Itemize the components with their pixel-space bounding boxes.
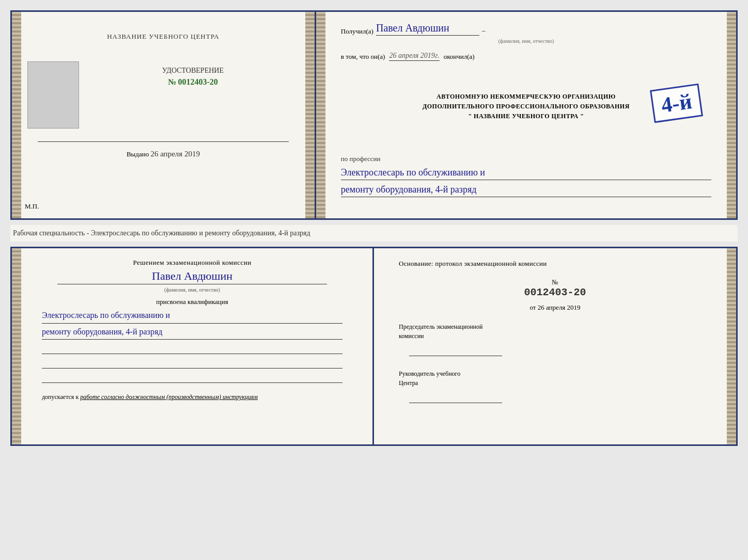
right-panel-left-strip xyxy=(316,12,325,218)
top-right-strip xyxy=(727,12,736,218)
recipient-line: Получил(а) Павел Авдюшин – xyxy=(341,22,711,36)
protocol-block: № 0012403-20 xyxy=(399,277,711,298)
bottom-booklet: Решением экзаменационной комиссии Павел … xyxy=(10,247,738,446)
protocol-number: 0012403-20 xyxy=(399,286,711,298)
osnov-title: Основание: протокол экзаменационной коми… xyxy=(399,259,711,269)
commission-title: Решением экзаменационной комиссии xyxy=(37,259,348,267)
head-sig-line xyxy=(409,390,502,403)
top-left-inner: НАЗВАНИЕ УЧЕБНОГО ЦЕНТРА УДОСТОВЕРЕНИЕ №… xyxy=(27,22,299,158)
sig-line-2 xyxy=(42,358,342,369)
photo-placeholder xyxy=(27,61,79,129)
separator-line-1 xyxy=(38,141,289,142)
stamp-grade: 4-й xyxy=(660,90,693,116)
bottom-left-inner: Решением экзаменационной комиссии Павел … xyxy=(37,259,348,401)
right-spine-strip-left xyxy=(305,12,315,218)
top-booklet: НАЗВАНИЕ УЧЕБНОГО ЦЕНТРА УДОСТОВЕРЕНИЕ №… xyxy=(10,10,738,220)
qualification-line2: ремонту оборудования, 4-й разряд xyxy=(42,325,342,340)
bottom-right-left-strip xyxy=(12,248,21,444)
head-block: Руководитель учебного Центра xyxy=(399,369,711,403)
top-booklet-right: Получил(а) Павел Авдюшин – (фамилия, имя… xyxy=(316,12,736,218)
chairman-sig-line xyxy=(409,343,502,356)
from-date-line: от 26 апреля 2019 xyxy=(399,303,711,312)
top-right-inner: Получил(а) Павел Авдюшин – (фамилия, имя… xyxy=(341,22,711,197)
qualification-line1: Электрослесарь по обслуживанию и xyxy=(42,309,342,324)
issued-line: Выдано 26 апреля 2019 xyxy=(27,150,299,158)
profession-section: по профессии Электрослесарь по обслужива… xyxy=(341,154,711,197)
bottom-right: Основание: протокол экзаменационной коми… xyxy=(374,248,736,444)
vtom-line: в том, что он(а) 26 апреля 2019г. окончи… xyxy=(341,52,711,61)
chairman-title: Председатель экзаменационной комиссии xyxy=(399,322,711,341)
sig-line-1 xyxy=(42,344,342,354)
bottom-person-name: Павел Авдюшин xyxy=(57,269,327,284)
chairman-block: Председатель экзаменационной комиссии xyxy=(399,322,711,356)
dopusk-text: допускается к работе согласно должностны… xyxy=(37,393,348,401)
qualification-label: присвоена квалификация xyxy=(37,298,348,306)
bottom-right-inner: Основание: протокол экзаменационной коми… xyxy=(399,259,711,403)
cert-number-value: 0012403-20 xyxy=(178,77,218,86)
bottom-left: Решением экзаменационной комиссии Павел … xyxy=(12,248,374,444)
divider-text: Рабочая специальность - Электрослесарь п… xyxy=(10,225,738,242)
sig-line-3 xyxy=(42,373,342,383)
stamp-container: АВТОНОМНУЮ НЕКОММЕРЧЕСКУЮ ОРГАНИЗАЦИЮ ДО… xyxy=(341,92,711,143)
training-center-title: НАЗВАНИЕ УЧЕБНОГО ЦЕНТРА xyxy=(27,33,299,41)
head-title: Руководитель учебного Центра xyxy=(399,369,711,388)
cert-info-block: УДОСТОВЕРЕНИЕ № 0012403-20 xyxy=(87,56,299,87)
left-content-row: УДОСТОВЕРЕНИЕ № 0012403-20 xyxy=(27,56,299,134)
bottom-right-right-strip xyxy=(727,248,736,444)
left-spine-strip xyxy=(12,12,21,218)
page-wrapper: НАЗВАНИЕ УЧЕБНОГО ЦЕНТРА УДОСТОВЕРЕНИЕ №… xyxy=(10,10,738,446)
top-booklet-left: НАЗВАНИЕ УЧЕБНОГО ЦЕНТРА УДОСТОВЕРЕНИЕ №… xyxy=(12,12,316,218)
mp-label: М.П. xyxy=(25,202,39,211)
cert-label: УДОСТОВЕРЕНИЕ № 0012403-20 xyxy=(87,67,299,87)
stamp-box: 4-й xyxy=(650,84,703,123)
